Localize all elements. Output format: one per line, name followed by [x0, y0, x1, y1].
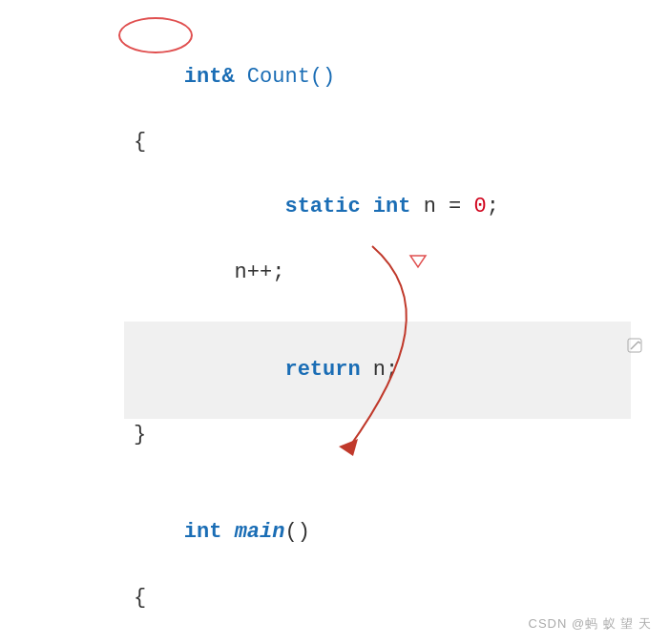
code-line-7: }	[134, 419, 631, 451]
code-line-1: int& Count()	[134, 29, 631, 126]
code-line-9: int main()	[134, 484, 631, 581]
code-line-2: {	[134, 126, 631, 158]
code-line-6: return n;	[124, 322, 631, 419]
code-block: int& Count() { static int n = 0; n++; re…	[0, 0, 669, 644]
code-line-5	[134, 289, 631, 322]
code-line-8	[134, 451, 631, 484]
code-line-10: {	[134, 582, 631, 614]
keyword-int-ref: int&	[184, 65, 235, 89]
watermark: CSDN @蚂 蚁 望 天	[529, 615, 652, 633]
fn-count: Count()	[235, 65, 336, 89]
code-line-3: static int n = 0;	[134, 158, 631, 256]
code-line-4: n++;	[134, 257, 631, 289]
